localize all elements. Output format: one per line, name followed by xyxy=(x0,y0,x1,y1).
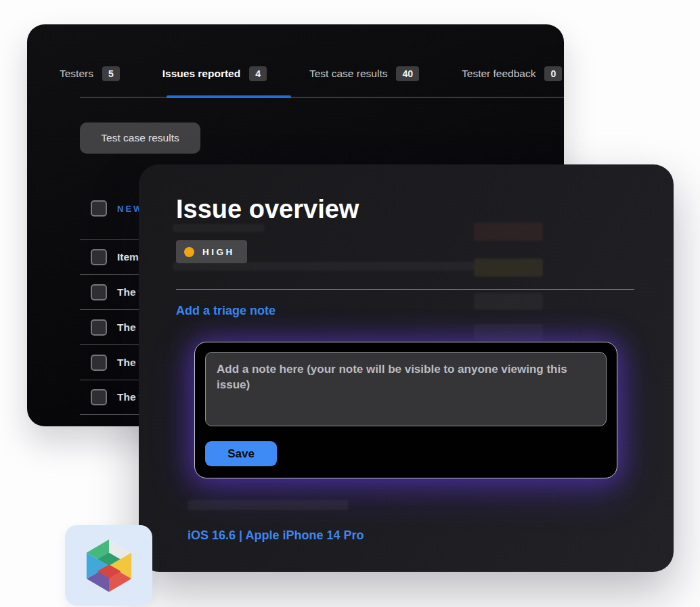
tab-issues-reported[interactable]: Issues reported 4 xyxy=(162,66,267,81)
tab-label: Issues reported xyxy=(162,68,240,80)
count-badge: 4 xyxy=(249,66,267,81)
row-checkbox[interactable] xyxy=(91,319,107,336)
active-tab-indicator xyxy=(167,95,291,98)
count-badge: 40 xyxy=(396,66,419,81)
tab-divider xyxy=(80,97,564,98)
page: Testers 5 Issues reported 4 Test case re… xyxy=(0,0,700,607)
severity-badge: HIGH xyxy=(176,240,247,263)
dimmed-text-smudge xyxy=(188,500,349,510)
tab-test-case-results[interactable]: Test case results 40 xyxy=(309,66,419,81)
add-triage-note-link[interactable]: Add a triage note xyxy=(176,304,276,318)
dimmed-button-smudge xyxy=(474,258,543,277)
tab-testers[interactable]: Testers 5 xyxy=(60,66,120,81)
row-checkbox[interactable] xyxy=(91,389,107,405)
row-checkbox[interactable] xyxy=(91,249,107,265)
dimmed-button-smudge xyxy=(474,293,543,310)
device-info-link[interactable]: iOS 16.6 | Apple iPhone 14 Pro xyxy=(188,529,364,543)
row-checkbox[interactable] xyxy=(91,284,107,300)
count-badge: 0 xyxy=(544,66,562,81)
tab-label: Tester feedback xyxy=(462,68,535,80)
save-button[interactable]: Save xyxy=(205,441,277,466)
count-badge: 5 xyxy=(102,66,120,81)
select-all-checkbox[interactable] xyxy=(91,200,107,217)
triage-note-input[interactable] xyxy=(205,352,607,426)
dimmed-text-smudge xyxy=(173,224,264,232)
app-logo-card xyxy=(65,525,152,606)
dimmed-button-smudge xyxy=(474,324,543,341)
page-title: Issue overview xyxy=(176,195,359,224)
tab-label: Testers xyxy=(60,68,93,80)
row-checkbox[interactable] xyxy=(91,355,107,371)
hexagon-cubes-logo-icon xyxy=(78,535,140,597)
section-divider xyxy=(176,289,634,290)
dimmed-button-smudge xyxy=(474,223,543,241)
severity-label: HIGH xyxy=(202,247,235,257)
tab-label: Test case results xyxy=(309,68,387,80)
tab-tester-feedback[interactable]: Tester feedback 0 xyxy=(462,66,562,81)
tab-bar: Testers 5 Issues reported 4 Test case re… xyxy=(60,66,562,81)
test-case-results-chip[interactable]: Test case results xyxy=(80,122,200,154)
issue-overview-panel: Issue overview HIGH Add a triage note Sa… xyxy=(139,164,674,572)
triage-note-spotlight: Save xyxy=(194,342,617,478)
severity-dot-icon xyxy=(184,247,194,257)
